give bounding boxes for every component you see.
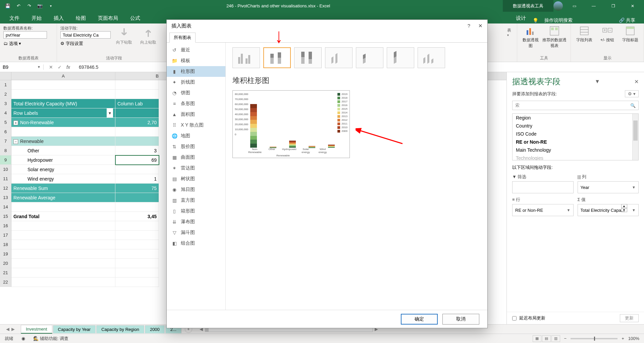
next-sheet-icon[interactable]: ▶ [11, 327, 15, 332]
column-header[interactable]: B [115, 72, 159, 80]
plus-minus-buttons[interactable]: +− +/- 按钮 [595, 26, 619, 43]
close-icon[interactable]: ✕ [478, 23, 483, 29]
field-search-input[interactable]: 索🔍 [512, 101, 639, 110]
defer-layout-checkbox[interactable] [512, 316, 517, 321]
chevron-down-icon[interactable]: ▼ [37, 65, 41, 69]
row-header[interactable]: 20 [0, 259, 11, 268]
row-header[interactable]: 1 [0, 80, 11, 90]
field-item[interactable]: Main Technology [513, 146, 638, 154]
gear-icon[interactable]: ⚙ ▾ [625, 90, 639, 97]
tab-page-layout[interactable]: 页面布局 [93, 13, 123, 23]
pivot-col-label[interactable]: Column Lab [115, 99, 159, 108]
subtype-3d-column[interactable] [418, 47, 445, 68]
cancel-formula-icon[interactable]: ✕ [49, 64, 53, 70]
tab-home[interactable]: 开始 [26, 13, 47, 23]
row-header[interactable]: 15 [0, 212, 11, 221]
undo-icon[interactable]: ↶ [15, 3, 21, 9]
user-avatar[interactable] [553, 1, 563, 11]
row-header[interactable]: 13 [0, 193, 11, 202]
sheet-tab[interactable]: Capacity by Year [53, 325, 96, 333]
pivot-row-labels[interactable]: Row Labels ▼ [11, 108, 115, 118]
row-header[interactable]: 14 [0, 202, 11, 212]
chevron-down-icon[interactable]: ▼ [591, 79, 600, 85]
subtype-100-stacked-column[interactable] [294, 47, 322, 68]
chart-type-surface[interactable]: ▦曲面图 [167, 152, 225, 163]
tab-all-charts[interactable]: 所有图表 [169, 33, 196, 43]
drill-down-button[interactable]: 向下钻取 [113, 26, 135, 47]
chart-preview[interactable]: 80,000,00070,000,00060,000,00050,000,000… [232, 90, 350, 158]
chart-type-waterfall[interactable]: ⇊瀑布图 [167, 216, 225, 227]
tell-me-label[interactable]: 操作说明搜索 [544, 17, 573, 23]
row-header[interactable]: 9 [0, 155, 11, 165]
name-box[interactable]: B9▼ [0, 64, 44, 70]
chart-type-bar[interactable]: ≡条形图 [167, 98, 225, 109]
cancel-button[interactable]: 取消 [442, 314, 479, 325]
pivot-other[interactable]: Other [11, 146, 115, 155]
row-header[interactable]: 10 [0, 165, 11, 174]
scrollbar[interactable] [632, 114, 638, 160]
page-layout-view-icon[interactable]: ▤ [542, 335, 551, 342]
chart-type-pie[interactable]: ◔饼图 [167, 88, 225, 98]
tab-draw[interactable]: 绘图 [70, 13, 91, 23]
collapse-icon[interactable]: − [13, 139, 18, 144]
sheet-tab[interactable]: Capacity by Region [96, 325, 144, 333]
subtype-clustered-column[interactable] [232, 47, 260, 68]
page-break-view-icon[interactable]: ▥ [551, 335, 560, 342]
drill-up-button[interactable]: 向上钻取 [138, 26, 159, 47]
close-icon[interactable]: ✕ [625, 0, 641, 12]
row-header[interactable]: 11 [0, 174, 11, 184]
row-header[interactable]: 19 [0, 249, 11, 259]
chart-type-line[interactable]: ✦折线图 [167, 77, 225, 88]
pivot-name-input[interactable] [3, 31, 47, 39]
row-header[interactable]: 22 [0, 278, 11, 287]
row-header[interactable]: 21 [0, 268, 11, 278]
zoom-level[interactable]: 100% [628, 336, 639, 341]
spin-up-icon[interactable]: ▲ [621, 204, 627, 208]
row-header[interactable]: 16 [0, 221, 11, 231]
pivot-hydropower[interactable]: Hydropower [11, 155, 115, 165]
chart-type-recent[interactable]: ↺最近 [167, 45, 225, 55]
field-headers-button[interactable]: 字段标题 [621, 26, 640, 43]
column-header[interactable]: A [11, 72, 115, 80]
zoom-out-icon[interactable]: − [564, 336, 567, 341]
chart-type-area[interactable]: ▲面积图 [167, 109, 225, 120]
expand-icon[interactable]: + [13, 120, 18, 125]
zoom-slider[interactable] [571, 338, 618, 339]
save-icon[interactable]: 💾 [5, 3, 11, 9]
update-button[interactable]: 更新 [620, 314, 639, 322]
spin-down-icon[interactable]: ▼ [621, 208, 627, 212]
normal-view-icon[interactable]: ▦ [533, 335, 541, 342]
chart-type-radar[interactable]: ✶雷达图 [167, 163, 225, 174]
chart-type-xy[interactable]: ⠿X Y 散点图 [167, 120, 225, 131]
row-header[interactable]: 12 [0, 184, 11, 193]
row-header[interactable]: 3 [0, 99, 11, 108]
active-cell[interactable]: 69 [115, 155, 159, 165]
record-macro-icon[interactable]: ◉ [21, 336, 25, 341]
tab-design[interactable]: 设计 [511, 13, 531, 23]
ok-button[interactable]: 确定 [401, 314, 438, 325]
chart-type-histogram[interactable]: ▥直方图 [167, 195, 225, 206]
camera-icon[interactable]: 📷 [37, 3, 43, 9]
row-header[interactable]: 4 [0, 108, 11, 118]
chart-type-boxw[interactable]: ▯箱形图 [167, 206, 225, 216]
qat-dropdown-icon[interactable]: ▾ [48, 3, 54, 9]
pivot-options-button[interactable]: 🗂 选项 ▾ [3, 41, 53, 47]
pivotchart-button[interactable]: 数据透视图 [521, 26, 541, 49]
field-item[interactable]: RE or Non-RE [513, 138, 638, 146]
sheet-tab[interactable]: Investment [21, 325, 52, 334]
chart-type-funnel[interactable]: ▽漏斗图 [167, 227, 225, 238]
share-button[interactable]: 🔗 共享 [619, 17, 635, 23]
tab-formulas[interactable]: 公式 [125, 13, 146, 23]
tab-insert[interactable]: 插入 [48, 13, 69, 23]
row-header[interactable]: 5 [0, 118, 11, 127]
subtype-stacked-column[interactable] [263, 47, 291, 68]
field-settings-button[interactable]: ⚙ 字段设置 [60, 41, 111, 47]
subtype-3d-100-stacked-column[interactable] [387, 47, 414, 68]
close-icon[interactable]: ✕ [630, 79, 639, 85]
row-header[interactable]: 6 [0, 127, 11, 137]
row-header[interactable]: 8 [0, 146, 11, 155]
ribbon-display-icon[interactable]: ▭ [566, 0, 582, 12]
chart-type-template[interactable]: 📁模板 [167, 55, 225, 66]
enter-formula-icon[interactable]: ✓ [58, 64, 62, 70]
field-item[interactable]: Country [513, 122, 638, 130]
